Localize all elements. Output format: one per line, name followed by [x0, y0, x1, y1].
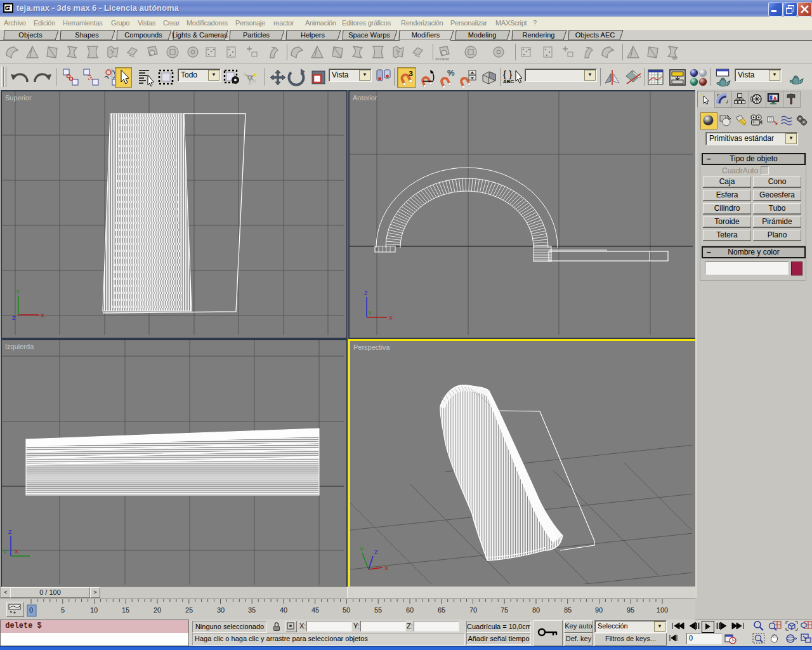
svg-text:65: 65 — [438, 606, 445, 614]
svg-text:V: V — [3, 548, 7, 555]
svg-text:75: 75 — [501, 606, 508, 614]
svg-text:Helpers: Helpers — [301, 31, 325, 39]
svg-text:Shapes: Shapes — [75, 31, 99, 39]
svg-text:X: X — [389, 315, 393, 321]
svg-text:100: 100 — [657, 606, 668, 614]
svg-text:Perspectiva: Perspectiva — [353, 343, 390, 351]
svg-text:20: 20 — [154, 606, 161, 614]
svg-text:X: X — [384, 565, 388, 571]
svg-text:Objects AEC: Objects AEC — [575, 31, 615, 39]
svg-text:40: 40 — [280, 606, 287, 614]
svg-text:25: 25 — [185, 606, 193, 614]
svg-text:10: 10 — [90, 606, 98, 614]
svg-text:55: 55 — [374, 606, 382, 614]
svg-text:60: 60 — [406, 606, 414, 614]
svg-text:Objects: Objects — [18, 31, 43, 39]
svg-text:Z: Z — [12, 315, 16, 321]
svg-text:0: 0 — [29, 606, 33, 614]
svg-text:%: % — [447, 69, 455, 77]
svg-text:V: V — [368, 310, 372, 316]
svg-text:45: 45 — [311, 606, 319, 614]
svg-text:80: 80 — [532, 606, 540, 614]
svg-text:Izquierda: Izquierda — [5, 343, 34, 350]
svg-text:X: X — [41, 312, 44, 319]
svg-text:Anterior: Anterior — [353, 94, 377, 102]
svg-text:Superior: Superior — [5, 94, 32, 102]
svg-text:Z: Z — [8, 529, 12, 535]
svg-text:Y: Y — [16, 289, 20, 295]
svg-text:Compounds: Compounds — [124, 31, 162, 39]
svg-text:90: 90 — [595, 606, 603, 614]
svg-text:V: V — [360, 546, 363, 552]
svg-text:70: 70 — [469, 606, 477, 614]
svg-text:35: 35 — [248, 606, 256, 614]
svg-text:30: 30 — [217, 606, 225, 614]
svg-text:Z: Z — [374, 549, 378, 555]
svg-text:Lights & Cameras: Lights & Cameras — [172, 31, 228, 39]
svg-text:X: X — [15, 548, 18, 555]
svg-text:Modifiers: Modifiers — [412, 31, 440, 39]
svg-text:5: 5 — [61, 606, 65, 614]
svg-text:15: 15 — [122, 606, 129, 614]
svg-text:Particles: Particles — [243, 31, 270, 39]
svg-text:Modeling: Modeling — [468, 31, 497, 39]
svg-text:50: 50 — [343, 606, 350, 614]
svg-text:Rendering: Rendering — [523, 31, 555, 39]
svg-text:85: 85 — [564, 606, 572, 614]
svg-text:Z: Z — [364, 290, 368, 296]
svg-text:95: 95 — [627, 606, 634, 614]
svg-text:3: 3 — [409, 69, 413, 77]
svg-text:Space Warps: Space Warps — [348, 31, 390, 39]
